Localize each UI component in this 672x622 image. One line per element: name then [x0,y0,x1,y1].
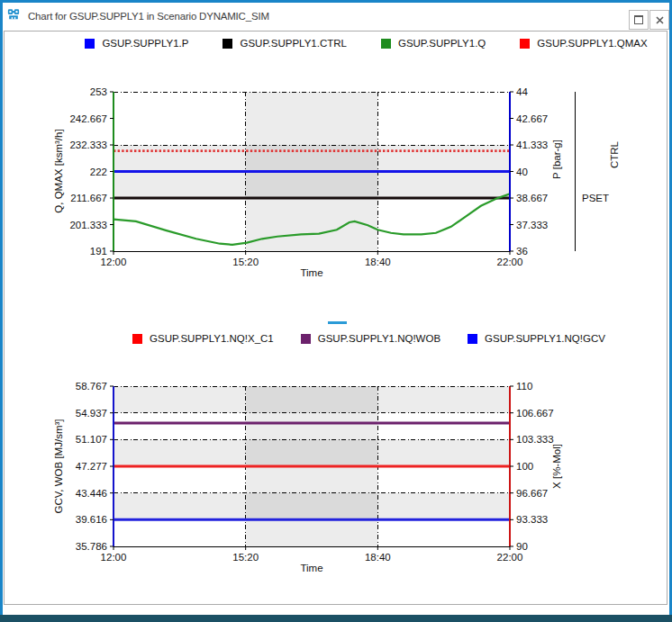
tick-label: 106.667 [516,408,554,419]
window-bottom-edge [0,615,672,622]
chart-panel: GSUP.SUPPLY1.PGSUP.SUPPLY1.CTRLGSUP.SUPP… [4,31,667,605]
tick-label: 191 [90,246,107,257]
tick-label: 103.333 [516,434,554,445]
ctrl-axis-title: CTRL [609,140,620,168]
tick-label: 110 [516,381,532,392]
tick-label: 96.667 [516,488,548,499]
tick-label: 44 [516,86,528,97]
tick-label: 39.616 [76,514,107,525]
title-bar[interactable]: Chart for GSUP.SUPPLY1 in Scenario DYNAM… [3,3,669,31]
tick-label: 93.333 [516,514,548,525]
tick-label: 100 [516,461,533,472]
bottom-chart: 35.78639.61643.44647.27751.10754.93758.7… [5,320,666,606]
x-axis-title: Time [300,267,322,278]
tick-label: 58.767 [76,381,107,392]
x-axis-title: Time [300,563,322,573]
pset-tick-label: PSET [582,193,609,203]
tick-label: 222 [90,167,107,177]
tick-label: 47.277 [76,461,107,472]
tick-label: 211.667 [70,193,107,203]
tick-label: 35.786 [76,541,107,552]
app-icon [7,8,20,21]
maximize-button[interactable] [629,10,649,30]
tick-label: 232.333 [69,140,107,150]
tick-label: 51.107 [76,434,107,445]
right-axis-title: X [%-Mol] [551,444,562,489]
tick-label: 201.333 [69,220,107,230]
close-icon [656,16,664,24]
window-title: Chart for GSUP.SUPPLY1 in Scenario DYNAM… [28,11,269,22]
tick-label: 90 [516,541,528,552]
maximize-icon [634,15,643,24]
tick-label: 12:00 [101,257,127,267]
tick-label: 253 [90,86,107,97]
chart-window: Chart for GSUP.SUPPLY1 in Scenario DYNAM… [0,0,672,622]
tick-label: 36 [516,246,528,257]
top-chart: 191201.333211.667222232.333242.667253363… [5,32,666,320]
tick-label: 22:00 [497,552,523,563]
tick-label: 22:00 [497,257,523,267]
left-axis-title: Q, QMAX [ksm³/h] [53,129,64,212]
tick-label: 41.333 [516,140,548,150]
tick-label: 54.937 [76,408,107,419]
tick-label: 15:20 [232,257,259,267]
tick-label: 43.446 [76,488,107,499]
tick-label: 38.667 [516,193,548,203]
tick-label: 18:40 [365,257,391,267]
tick-label: 40 [516,167,528,177]
tick-label: 42.667 [516,113,548,124]
tick-label: 15:20 [232,552,259,563]
tick-label: 12:00 [101,552,127,563]
tick-label: 18:40 [365,552,391,563]
close-button[interactable] [649,10,669,30]
tick-label: 242.667 [69,113,107,124]
right-axis-title: P [bar-g] [551,140,562,179]
left-axis-title: GCV, WOB [MJ/sm³] [53,419,64,514]
tick-label: 37.333 [516,220,548,230]
